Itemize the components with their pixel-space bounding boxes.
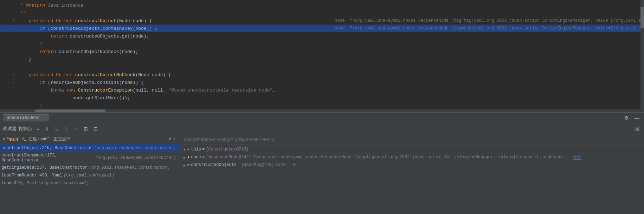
grid-btn[interactable]: ⊞ bbox=[82, 125, 90, 133]
expression-bar bbox=[179, 134, 644, 145]
close-icon[interactable]: ✕ bbox=[43, 116, 45, 120]
line-content: if (recursiveObjects.contains(node)) { bbox=[16, 80, 644, 85]
line-content: * @return Java instance bbox=[16, 3, 644, 8]
expression-input[interactable] bbox=[182, 136, 641, 143]
code-line: } bbox=[0, 40, 644, 48]
fold-icon[interactable]: ▾ bbox=[11, 26, 16, 31]
frame-location: (org.yaml.snakeyaml) bbox=[64, 173, 114, 178]
frames-list[interactable]: constructObject:216, BaseConstructor (or… bbox=[0, 144, 179, 214]
var-value: {Constructor@743} bbox=[206, 147, 249, 152]
thread-group: 在组"main" bbox=[28, 136, 49, 142]
variable-item[interactable]: ▼●this = {Constructor@743} bbox=[179, 146, 644, 154]
debug-header: SnakeYamlDemo ✕ ⚙ — bbox=[0, 113, 644, 123]
line-content: throw new ConstructorException(null, nul… bbox=[16, 88, 644, 93]
line-content: } bbox=[16, 57, 644, 62]
frame-location: (org.yaml.snakeyaml.constructor) bbox=[94, 146, 175, 151]
var-equals: = bbox=[238, 162, 240, 167]
line-content: } bbox=[16, 41, 644, 47]
variable-item[interactable]: ▶∞constructedObjects = {HashMap@749} siz… bbox=[179, 162, 644, 169]
fold-icon[interactable]: ▾ bbox=[11, 73, 16, 77]
line-content: if (constructedObjects.containsKey(node)… bbox=[16, 26, 328, 31]
code-line bbox=[0, 63, 644, 71]
var-name: this bbox=[191, 147, 201, 152]
debug-tab[interactable]: SnakeYamlDemo ✕ bbox=[3, 114, 49, 121]
horizontal-scrollbar[interactable] bbox=[0, 109, 640, 112]
var-type-icon: ● bbox=[187, 155, 190, 159]
code-line: ▾ protected Object constructObject(Node … bbox=[0, 17, 644, 25]
filter-icon[interactable]: ▼ bbox=[168, 136, 171, 142]
line-content: */ bbox=[16, 11, 644, 16]
expand-thread-icon[interactable]: ▼ bbox=[3, 137, 5, 141]
variables-panel: ▼●this = {Constructor@743}▶●node = {Sequ… bbox=[179, 134, 644, 214]
code-line: * @return Java instance bbox=[0, 1, 644, 9]
debug-toolbar: 调试器 控制台 ≡ ⇪ ⇩ ⇧ ↑↓ ⊞ ⊟ ⊠ bbox=[0, 123, 644, 134]
var-type-icon: ● bbox=[187, 147, 190, 152]
frame-item[interactable]: getSingleData:157, BaseConstructor (org.… bbox=[0, 164, 179, 172]
variable-item[interactable]: ▶●node = {SequenceNode@742} "<org.yaml.s… bbox=[179, 154, 644, 162]
code-line: } bbox=[0, 55, 644, 63]
vertical-scrollbar[interactable] bbox=[640, 0, 644, 112]
code-line: } bbox=[0, 102, 644, 109]
thread-run-status: : 正在运行 bbox=[51, 136, 70, 142]
code-line: */ bbox=[0, 9, 644, 17]
fold-icon[interactable]: ▾ bbox=[11, 19, 16, 23]
line-content: node.getStartMark()); bbox=[16, 95, 644, 101]
line-content: return constructObjectNoCheck(node); bbox=[16, 49, 644, 54]
sort-btn[interactable]: ↑↓ bbox=[72, 126, 80, 132]
var-view-link[interactable]: 视图 bbox=[573, 155, 581, 161]
scrollbar-thumb-h[interactable] bbox=[35, 109, 105, 112]
frame-method: constructObject:216, BaseConstructor bbox=[1, 146, 92, 151]
debugger-label: 调试器 bbox=[3, 126, 17, 132]
code-line: ▾ protected Object constructObjectNoChec… bbox=[0, 71, 644, 79]
dropdown-icon[interactable]: ⬇ bbox=[173, 136, 176, 142]
var-value: {SequenceNode@742} bbox=[206, 155, 251, 160]
var-expand-icon[interactable]: ▶ bbox=[183, 163, 186, 168]
thread-name: "main" bbox=[7, 137, 20, 142]
expand-panel-btn[interactable]: ⊠ bbox=[632, 124, 641, 134]
frame-item[interactable]: constructObject:216, BaseConstructor (or… bbox=[0, 144, 179, 152]
thread-at: #1 bbox=[21, 137, 26, 142]
code-editor: * @return Java instance */▾ protected Ob… bbox=[0, 0, 644, 112]
settings-button[interactable]: ⚙ bbox=[623, 114, 631, 122]
scroll-down-btn1[interactable]: ⇩ bbox=[53, 125, 60, 133]
line-content: protected Object constructObjectNoCheck(… bbox=[16, 72, 644, 78]
frame-method: load:416, Yaml bbox=[1, 181, 37, 186]
debug-panel: SnakeYamlDemo ✕ ⚙ — 调试器 控制台 ≡ ⇪ ⇩ ⇧ ↑↓ ⊞… bbox=[0, 112, 644, 214]
fold-icon[interactable]: ▾ bbox=[11, 80, 16, 85]
var-equals: = bbox=[202, 155, 205, 160]
frame-location: (org.yaml.snakeyaml.constructor) bbox=[95, 155, 176, 160]
frame-item[interactable]: loadFromReader:490, Yaml (org.yaml.snake… bbox=[0, 172, 179, 179]
line-tooltip: node: "<org.yaml.snakeyaml.nodes.Sequenc… bbox=[328, 18, 644, 23]
code-line: throw new ConstructorException(null, nul… bbox=[0, 86, 644, 94]
scroll-up-btn1[interactable]: ⇪ bbox=[43, 125, 51, 133]
frame-item[interactable]: constructDocument:173, BaseConstructor (… bbox=[0, 152, 179, 164]
minimize-button[interactable]: — bbox=[633, 114, 641, 122]
code-line: ▾ if (recursiveObjects.contains(node)) { bbox=[0, 79, 644, 86]
code-line: node.getStartMark()); bbox=[0, 94, 644, 102]
var-type-icon: ∞ bbox=[187, 163, 190, 167]
console-label: 控制台 bbox=[19, 126, 32, 132]
frames-panel: ▼ "main" #1 在组"main" : 正在运行 ▼ ⬇ construc… bbox=[0, 134, 179, 214]
code-line: return constructObjectNoCheck(node); bbox=[0, 48, 644, 55]
line-content: } bbox=[16, 103, 644, 108]
line-content: protected Object constructObject(Node no… bbox=[16, 18, 328, 24]
code-line: return constructedObjects.get(node); bbox=[0, 32, 644, 40]
scrollbar-thumb-v[interactable] bbox=[640, 7, 644, 28]
variables-list: ▼●this = {Constructor@743}▶●node = {Sequ… bbox=[179, 145, 644, 214]
list-btn[interactable]: ≡ bbox=[34, 125, 41, 133]
scroll-up-btn2[interactable]: ⇧ bbox=[63, 125, 70, 133]
var-equals: = bbox=[202, 147, 205, 152]
var-extra: "<org.yaml.snakeyaml.nodes.SequenceNode … bbox=[253, 155, 572, 160]
frame-item[interactable]: load:416, Yaml (org.yaml.snakeyaml) bbox=[0, 179, 179, 187]
var-name: constructedObjects bbox=[191, 162, 237, 167]
frame-method: constructDocument:173, BaseConstructor bbox=[1, 153, 94, 163]
var-expand-icon[interactable]: ▼ bbox=[183, 148, 186, 152]
debug-body: ▼ "main" #1 在组"main" : 正在运行 ▼ ⬇ construc… bbox=[0, 134, 644, 214]
code-line: ▾ if (constructedObjects.containsKey(nod… bbox=[0, 25, 644, 32]
frame-method: loadFromReader:490, Yaml bbox=[1, 173, 62, 178]
var-expand-icon[interactable]: ▶ bbox=[183, 155, 186, 160]
thread-header: ▼ "main" #1 在组"main" : 正在运行 ▼ ⬇ bbox=[0, 134, 179, 144]
cols-btn[interactable]: ⊟ bbox=[92, 125, 99, 133]
frame-location: (org.yaml.snakeyaml.constructor) bbox=[89, 165, 170, 170]
var-extra: size = 0 bbox=[276, 162, 296, 167]
